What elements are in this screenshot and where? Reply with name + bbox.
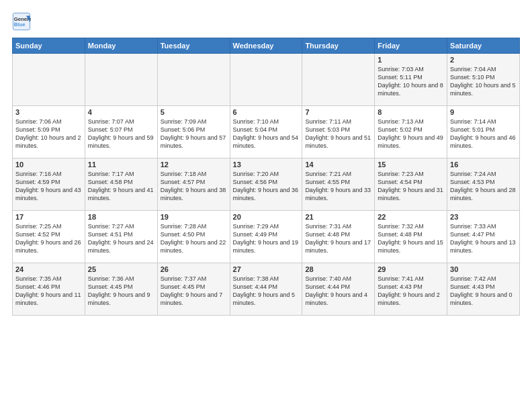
day-number: 18: [88, 213, 154, 221]
calendar-header: SundayMondayTuesdayWednesdayThursdayFrid…: [13, 38, 520, 54]
day-info: Sunrise: 7:21 AM Sunset: 4:55 PM Dayligh…: [305, 170, 371, 203]
day-cell: [85, 54, 157, 106]
day-info: Sunrise: 7:03 AM Sunset: 5:11 PM Dayligh…: [378, 65, 444, 98]
day-info: Sunrise: 7:24 AM Sunset: 4:53 PM Dayligh…: [450, 170, 517, 203]
header-cell-friday: Friday: [375, 38, 447, 54]
day-info: Sunrise: 7:07 AM Sunset: 5:07 PM Dayligh…: [88, 118, 154, 150]
day-info: Sunrise: 7:17 AM Sunset: 4:58 PM Dayligh…: [88, 170, 154, 203]
header-cell-monday: Monday: [85, 38, 157, 54]
day-cell: 7Sunrise: 7:11 AM Sunset: 5:03 PM Daylig…: [302, 106, 375, 158]
day-number: 17: [15, 213, 82, 221]
day-info: Sunrise: 7:33 AM Sunset: 4:47 PM Dayligh…: [450, 222, 517, 255]
day-cell: 26Sunrise: 7:37 AM Sunset: 4:45 PM Dayli…: [157, 263, 230, 316]
day-info: Sunrise: 7:06 AM Sunset: 5:09 PM Dayligh…: [15, 118, 82, 150]
day-cell: 21Sunrise: 7:31 AM Sunset: 4:48 PM Dayli…: [302, 211, 375, 263]
day-number: 6: [233, 108, 300, 116]
day-cell: 12Sunrise: 7:18 AM Sunset: 4:57 PM Dayli…: [157, 158, 230, 211]
day-info: Sunrise: 7:42 AM Sunset: 4:43 PM Dayligh…: [450, 275, 517, 308]
header-row: SundayMondayTuesdayWednesdayThursdayFrid…: [13, 38, 520, 54]
day-info: Sunrise: 7:18 AM Sunset: 4:57 PM Dayligh…: [161, 170, 227, 203]
day-info: Sunrise: 7:10 AM Sunset: 5:04 PM Dayligh…: [233, 118, 300, 150]
day-cell: 15Sunrise: 7:23 AM Sunset: 4:54 PM Dayli…: [375, 158, 447, 211]
day-cell: 28Sunrise: 7:40 AM Sunset: 4:44 PM Dayli…: [302, 263, 375, 316]
day-cell: 27Sunrise: 7:38 AM Sunset: 4:44 PM Dayli…: [230, 263, 302, 316]
day-number: 20: [233, 213, 300, 221]
day-cell: [157, 54, 230, 106]
logo: General Blue: [12, 12, 34, 31]
day-number: 28: [305, 265, 371, 273]
day-cell: 16Sunrise: 7:24 AM Sunset: 4:53 PM Dayli…: [447, 158, 520, 211]
day-number: 13: [233, 161, 300, 169]
day-info: Sunrise: 7:36 AM Sunset: 4:45 PM Dayligh…: [88, 275, 154, 308]
day-info: Sunrise: 7:29 AM Sunset: 4:49 PM Dayligh…: [233, 222, 300, 255]
day-cell: 19Sunrise: 7:28 AM Sunset: 4:50 PM Dayli…: [157, 211, 230, 263]
day-info: Sunrise: 7:13 AM Sunset: 5:02 PM Dayligh…: [378, 118, 444, 150]
week-row-4: 17Sunrise: 7:25 AM Sunset: 4:52 PM Dayli…: [13, 211, 520, 263]
day-number: 26: [161, 265, 227, 273]
day-info: Sunrise: 7:20 AM Sunset: 4:56 PM Dayligh…: [233, 170, 300, 203]
day-cell: 5Sunrise: 7:09 AM Sunset: 5:06 PM Daylig…: [157, 106, 230, 158]
day-number: 12: [161, 161, 227, 169]
week-row-2: 3Sunrise: 7:06 AM Sunset: 5:09 PM Daylig…: [13, 106, 520, 158]
day-cell: 17Sunrise: 7:25 AM Sunset: 4:52 PM Dayli…: [13, 211, 85, 263]
day-info: Sunrise: 7:38 AM Sunset: 4:44 PM Dayligh…: [233, 275, 300, 308]
day-info: Sunrise: 7:41 AM Sunset: 4:43 PM Dayligh…: [378, 275, 444, 308]
header-cell-sunday: Sunday: [13, 38, 85, 54]
day-cell: 23Sunrise: 7:33 AM Sunset: 4:47 PM Dayli…: [447, 211, 520, 263]
week-row-3: 10Sunrise: 7:16 AM Sunset: 4:59 PM Dayli…: [13, 158, 520, 211]
day-number: 30: [450, 265, 517, 273]
day-cell: 22Sunrise: 7:32 AM Sunset: 4:48 PM Dayli…: [375, 211, 447, 263]
day-number: 22: [378, 213, 444, 221]
day-number: 29: [378, 265, 444, 273]
day-number: 9: [450, 108, 517, 116]
day-info: Sunrise: 7:35 AM Sunset: 4:46 PM Dayligh…: [15, 275, 82, 308]
day-info: Sunrise: 7:31 AM Sunset: 4:48 PM Dayligh…: [305, 222, 371, 255]
day-cell: 29Sunrise: 7:41 AM Sunset: 4:43 PM Dayli…: [375, 263, 447, 316]
header-cell-tuesday: Tuesday: [157, 38, 230, 54]
day-cell: 6Sunrise: 7:10 AM Sunset: 5:04 PM Daylig…: [230, 106, 302, 158]
day-cell: [230, 54, 302, 106]
day-info: Sunrise: 7:32 AM Sunset: 4:48 PM Dayligh…: [378, 222, 444, 255]
day-number: 23: [450, 213, 517, 221]
day-cell: 9Sunrise: 7:14 AM Sunset: 5:01 PM Daylig…: [447, 106, 520, 158]
day-info: Sunrise: 7:04 AM Sunset: 5:10 PM Dayligh…: [450, 65, 517, 98]
day-info: Sunrise: 7:27 AM Sunset: 4:51 PM Dayligh…: [88, 222, 154, 255]
day-cell: 25Sunrise: 7:36 AM Sunset: 4:45 PM Dayli…: [85, 263, 157, 316]
day-cell: 13Sunrise: 7:20 AM Sunset: 4:56 PM Dayli…: [230, 158, 302, 211]
calendar-body: 1Sunrise: 7:03 AM Sunset: 5:11 PM Daylig…: [13, 54, 520, 316]
page: General Blue SundayMondayTuesdayWednesda…: [0, 0, 532, 411]
calendar-table: SundayMondayTuesdayWednesdayThursdayFrid…: [12, 38, 520, 316]
day-number: 14: [305, 161, 371, 169]
header-cell-thursday: Thursday: [302, 38, 375, 54]
day-number: 16: [450, 161, 517, 169]
logo-icon: General Blue: [12, 12, 31, 31]
day-cell: 18Sunrise: 7:27 AM Sunset: 4:51 PM Dayli…: [85, 211, 157, 263]
day-info: Sunrise: 7:09 AM Sunset: 5:06 PM Dayligh…: [161, 118, 227, 150]
day-number: 24: [15, 265, 82, 273]
day-cell: 3Sunrise: 7:06 AM Sunset: 5:09 PM Daylig…: [13, 106, 85, 158]
day-number: 25: [88, 265, 154, 273]
day-cell: 2Sunrise: 7:04 AM Sunset: 5:10 PM Daylig…: [447, 54, 520, 106]
day-cell: 8Sunrise: 7:13 AM Sunset: 5:02 PM Daylig…: [375, 106, 447, 158]
day-number: 19: [161, 213, 227, 221]
day-cell: 14Sunrise: 7:21 AM Sunset: 4:55 PM Dayli…: [302, 158, 375, 211]
day-number: 7: [305, 108, 371, 116]
day-number: 4: [88, 108, 154, 116]
day-number: 27: [233, 265, 300, 273]
day-number: 2: [450, 56, 517, 64]
day-cell: 30Sunrise: 7:42 AM Sunset: 4:43 PM Dayli…: [447, 263, 520, 316]
week-row-5: 24Sunrise: 7:35 AM Sunset: 4:46 PM Dayli…: [13, 263, 520, 316]
day-cell: [302, 54, 375, 106]
day-number: 11: [88, 161, 154, 169]
day-number: 21: [305, 213, 371, 221]
day-info: Sunrise: 7:11 AM Sunset: 5:03 PM Dayligh…: [305, 118, 371, 150]
header-cell-saturday: Saturday: [447, 38, 520, 54]
day-cell: 4Sunrise: 7:07 AM Sunset: 5:07 PM Daylig…: [85, 106, 157, 158]
day-info: Sunrise: 7:23 AM Sunset: 4:54 PM Dayligh…: [378, 170, 444, 203]
day-info: Sunrise: 7:28 AM Sunset: 4:50 PM Dayligh…: [161, 222, 227, 255]
day-info: Sunrise: 7:14 AM Sunset: 5:01 PM Dayligh…: [450, 118, 517, 150]
header: General Blue: [12, 12, 520, 31]
day-info: Sunrise: 7:37 AM Sunset: 4:45 PM Dayligh…: [161, 275, 227, 308]
day-info: Sunrise: 7:25 AM Sunset: 4:52 PM Dayligh…: [15, 222, 82, 255]
day-cell: 24Sunrise: 7:35 AM Sunset: 4:46 PM Dayli…: [13, 263, 85, 316]
